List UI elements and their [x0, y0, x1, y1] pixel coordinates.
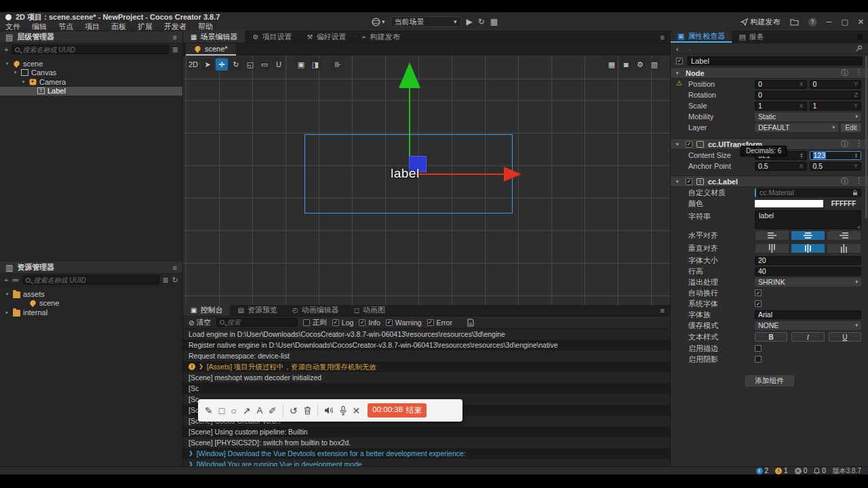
- bold-button[interactable]: B: [755, 332, 787, 342]
- grid-toggle-icon[interactable]: ▦: [606, 58, 618, 70]
- outline-checkbox[interactable]: [755, 345, 762, 352]
- camera-gizmo-icon[interactable]: ◙: [620, 58, 632, 70]
- asset-tree-item[interactable]: scene: [0, 299, 182, 308]
- menu-item[interactable]: 项目: [85, 22, 100, 32]
- expand-arrow-icon[interactable]: ▾: [20, 79, 26, 85]
- node-more-icon[interactable]: ⋮: [855, 68, 863, 78]
- export-log-icon[interactable]: [467, 319, 474, 327]
- menu-item[interactable]: 编辑: [32, 22, 47, 32]
- layer-dropdown[interactable]: DEFAULT▾: [755, 123, 838, 132]
- console-log-line[interactable]: ! ❯ Register native engine in D:\User\Do…: [183, 340, 670, 350]
- scene-viewport[interactable]: label 2D ➤ ✛ ↻ ◱ ▭ U ▣ ◨ ⊪ ▦ ◙ ⚙ ▥: [183, 56, 670, 305]
- anchor-x-field[interactable]: 0.5X: [755, 162, 807, 171]
- node-active-checkbox[interactable]: [676, 58, 683, 64]
- marker-tool-icon[interactable]: ✐: [269, 406, 277, 415]
- build-publish-button[interactable]: 构建发布: [741, 17, 781, 27]
- position-x-field[interactable]: 0X: [755, 80, 807, 89]
- checkbox-icon[interactable]: [359, 319, 366, 326]
- hierarchy-tree-item[interactable]: ▾ Camera: [0, 77, 182, 87]
- undo-icon[interactable]: ↺: [290, 406, 298, 415]
- expand-arrow-icon[interactable]: ▾: [4, 61, 10, 66]
- editor-tab[interactable]: ⚒ 偏好设置: [299, 30, 353, 43]
- uitransform-info-icon[interactable]: ⓘ: [841, 139, 848, 149]
- inspector-tab[interactable]: ▤ 服务: [732, 30, 770, 43]
- expand-chevron-icon[interactable]: ❯: [189, 459, 193, 466]
- expand-chevron-icon[interactable]: ❯: [199, 361, 203, 372]
- italic-button[interactable]: I: [791, 332, 824, 342]
- checkbox-icon[interactable]: [332, 319, 339, 326]
- close-button[interactable]: ✕: [858, 18, 864, 26]
- h-align-right-button[interactable]: [827, 230, 861, 241]
- play-button[interactable]: ▶: [467, 18, 473, 26]
- asset-tree-item[interactable]: ▾ assets: [0, 289, 182, 299]
- scene-doc-tab[interactable]: scene*: [186, 43, 236, 56]
- recording-stop-button[interactable]: 00:00:38 结束: [368, 403, 427, 418]
- microphone-icon[interactable]: [340, 406, 347, 415]
- console-log-line[interactable]: ! ❯ [Window] You are running Vue in deve…: [183, 459, 670, 466]
- checkbox-icon[interactable]: [303, 319, 310, 326]
- shadow-checkbox[interactable]: [755, 356, 762, 363]
- scale-x-field[interactable]: 1X: [755, 102, 807, 110]
- gizmo-settings-icon[interactable]: ⊪: [332, 58, 344, 70]
- v-align-bottom-button[interactable]: [827, 243, 861, 253]
- display-mode-icon[interactable]: ▥: [648, 58, 660, 70]
- help-icon[interactable]: ?: [808, 18, 817, 26]
- trash-icon[interactable]: [304, 406, 311, 415]
- ui-tool-icon[interactable]: U: [273, 58, 285, 70]
- console-log-line[interactable]: ! ❯ [Assets] 项目升级过程中，资源自动复用缓存机制无效: [183, 361, 670, 372]
- current-scene-select[interactable]: 当前场景 ▾: [391, 16, 461, 27]
- scene-settings-gear-icon[interactable]: ⚙: [634, 58, 646, 70]
- minimize-button[interactable]: ─: [827, 18, 832, 26]
- console-tab[interactable]: ▣ 控制台: [183, 304, 230, 316]
- assets-sort-icon[interactable]: ≔: [12, 277, 19, 284]
- console-search-input[interactable]: [216, 318, 298, 327]
- h-align-left-button[interactable]: [755, 230, 789, 241]
- ellipse-tool-icon[interactable]: ○: [231, 406, 236, 415]
- gizmo-x-axis-line[interactable]: [410, 174, 505, 175]
- editor-tab[interactable]: ⚙ 项目设置: [245, 30, 299, 43]
- layer-edit-button[interactable]: Edit: [841, 123, 861, 132]
- inspector-scrollbar[interactable]: [865, 56, 867, 218]
- warning-count-badge[interactable]: ! 1: [775, 467, 788, 474]
- select-tool-icon[interactable]: ➤: [201, 58, 214, 70]
- console-tab[interactable]: ◻ 动画图: [347, 304, 393, 316]
- inspector-tab[interactable]: ▣ 属性检查器: [671, 30, 732, 43]
- anchor-tool-icon[interactable]: ◨: [309, 58, 321, 70]
- console-log-line[interactable]: ! ❯ Request namespace: device-list: [183, 350, 670, 361]
- pencil-tool-icon[interactable]: ✎: [205, 406, 213, 415]
- rect-tool-icon[interactable]: ▭: [258, 58, 271, 70]
- assets-refresh-icon[interactable]: ↻: [172, 277, 178, 284]
- arrow-tool-icon[interactable]: ↗: [243, 406, 251, 415]
- cache-mode-dropdown[interactable]: NONE▾: [755, 321, 861, 330]
- log-filter-checkbox[interactable]: Log: [332, 319, 354, 327]
- anchor-y-field[interactable]: 0.5Y: [810, 162, 862, 171]
- snap-tool-icon[interactable]: ▣: [295, 58, 307, 70]
- create-asset-button[interactable]: +: [4, 277, 8, 284]
- color-swatch[interactable]: [755, 200, 823, 207]
- console-menu-icon[interactable]: ≡: [660, 306, 665, 314]
- speaker-icon[interactable]: [324, 406, 334, 415]
- label-section-header[interactable]: ▾ cc.Label ⓘ ⋮: [671, 176, 868, 187]
- assets-menu-icon[interactable]: ≡: [173, 264, 177, 272]
- h-align-center-button[interactable]: [791, 230, 825, 241]
- rotation-z-field[interactable]: 0Z: [755, 91, 861, 100]
- line-height-field[interactable]: 40: [755, 267, 861, 276]
- device-preview-button[interactable]: ▦: [490, 18, 498, 26]
- checkbox-icon[interactable]: [427, 319, 434, 326]
- clear-console-button[interactable]: ⊘ 清空: [189, 318, 211, 327]
- gizmo-x-axis-arrow[interactable]: [504, 167, 521, 182]
- log-filter-checkbox[interactable]: Error: [427, 319, 452, 327]
- font-family-field[interactable]: Arial: [755, 310, 861, 319]
- position-y-field[interactable]: 0Y: [810, 80, 862, 89]
- asset-tree-item[interactable]: ▸ internal: [0, 308, 182, 317]
- console-log-line[interactable]: ! ❯ [Scene] meshopt wasm decoder initial…: [183, 372, 670, 383]
- node-name-input[interactable]: Label: [687, 56, 863, 66]
- v-align-middle-button[interactable]: [791, 243, 825, 253]
- menu-item[interactable]: 面板: [111, 22, 126, 32]
- notification-badge[interactable]: 0: [814, 467, 826, 474]
- console-log-line[interactable]: ! ❯ [Window] Download the Vue Devtools e…: [183, 448, 670, 459]
- open-folder-icon[interactable]: [790, 18, 799, 26]
- menu-item[interactable]: 扩展: [138, 22, 153, 32]
- hierarchy-search-input[interactable]: [12, 45, 168, 54]
- regex-checkbox[interactable]: 正则: [303, 318, 327, 327]
